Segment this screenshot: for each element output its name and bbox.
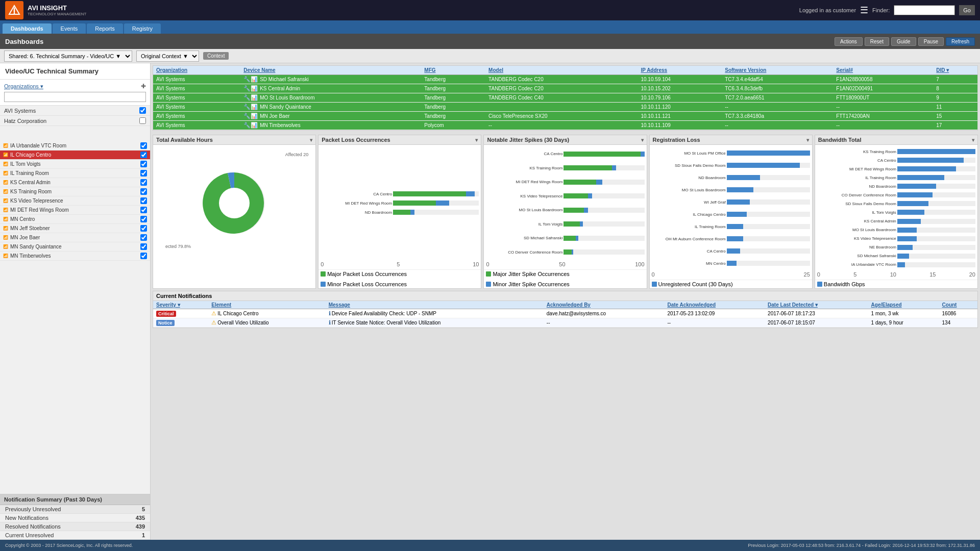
bar-row: MI DET Red Wings Room: [486, 180, 644, 185]
nav-tab-registry[interactable]: Registry: [124, 23, 161, 34]
org-checkbox-avi[interactable]: [139, 107, 146, 114]
header: AVI INSIGHT TECHNOLOGY MANAGEMENT Logged…: [0, 0, 980, 20]
device-cb-mn-joe[interactable]: [140, 234, 147, 241]
device-cb-ks-video[interactable]: [140, 197, 147, 204]
device-cb-il-training[interactable]: [140, 170, 147, 177]
col-element[interactable]: Element: [208, 301, 325, 309]
col-ack-by[interactable]: Acknowledged By: [544, 301, 665, 309]
notif-row-new: New Notifications 435: [0, 514, 150, 522]
device-signal-icon: 📶: [3, 143, 8, 148]
table-row: AVI Systems 🔧📊MN Sandy Quaintance Tandbe…: [153, 103, 977, 112]
bar-row: KS Central Admin: [817, 219, 975, 224]
col-date-detected[interactable]: Date Last Detected ▾: [765, 301, 868, 309]
bar-row: CO Denver Conference Room: [817, 192, 975, 197]
jitter-legend: Major Jitter Spike Occurrences Minor Jit…: [484, 269, 646, 288]
refresh-button[interactable]: Refresh: [946, 37, 975, 46]
device-item-il-tom: 📶 IL Tom Voigts: [0, 160, 150, 169]
jitter-bar-chart: CA Centro KS Training Room: [486, 147, 644, 267]
context-select[interactable]: Original Context ▼: [136, 51, 199, 62]
context-button[interactable]: Context: [203, 52, 229, 60]
col-sw[interactable]: Software Version: [722, 66, 833, 75]
chart-reg-expand[interactable]: ▾: [806, 137, 809, 143]
col-ip[interactable]: IP Address: [638, 66, 722, 75]
chart-jitter: Notable Jitter Spikes (30 Days) ▾ CA Cen…: [483, 135, 647, 289]
col-did[interactable]: DID ▾: [933, 66, 977, 75]
col-date-ack[interactable]: Date Acknowledged: [664, 301, 765, 309]
device-list: 📶 IA Urbandale VTC Room 📶 IL Chicago Cen…: [0, 141, 150, 494]
device-item-ia-urbandale: 📶 IA Urbandale VTC Room: [0, 141, 150, 151]
col-org[interactable]: Organization: [153, 66, 240, 75]
chart-jitter-expand[interactable]: ▾: [641, 137, 644, 143]
dashboard-select[interactable]: Shared: 6. Technical Summary - Video/UC …: [4, 51, 132, 62]
nav-tab-reports[interactable]: Reports: [87, 23, 123, 34]
actions-button[interactable]: Actions: [835, 37, 863, 46]
packet-legend: Major Packet Loss Occurrences Minor Pack…: [318, 269, 481, 288]
device-item-il-chicago: 📶 IL Chicago Centro: [0, 151, 150, 160]
device-cb-il-tom[interactable]: [140, 161, 147, 167]
bar-row: KS Video Telepresence: [486, 193, 644, 198]
col-message[interactable]: Message: [326, 301, 544, 309]
device-cb-ia-urbandale[interactable]: [140, 142, 147, 149]
chart-expand-icon[interactable]: ▾: [310, 137, 312, 143]
device-cb-mn-jeff[interactable]: [140, 225, 147, 232]
table-row: AVI Systems 🔧📊SD Michael Safranski Tandb…: [153, 75, 977, 84]
col-count[interactable]: Count: [939, 301, 977, 309]
device-item-mi-det: 📶 MI DET Red Wings Room: [0, 206, 150, 215]
bar-row: IL Tom Voigts: [486, 221, 644, 227]
org-item-hatz: Hatz Corporation: [0, 116, 150, 126]
reg-bar-chart: MO St Louis PM Office SD Sioux Falls Dem…: [652, 147, 810, 278]
right-panel: Organization Device Name MFG Model IP Ad…: [151, 63, 980, 540]
org-search-input[interactable]: [4, 92, 146, 102]
bw-bar-chart: KS Training Room CA Centro: [817, 147, 975, 278]
device-cb-mn-centro[interactable]: [140, 216, 147, 222]
device-cb-il-chicago[interactable]: [140, 152, 147, 158]
device-cb-mn-sandy[interactable]: [140, 243, 147, 250]
bar-row: CO Denver Conference Room: [486, 249, 644, 255]
finder-input[interactable]: [894, 5, 955, 15]
bar-row: KS Training Room: [486, 165, 644, 170]
reset-button[interactable]: Reset: [865, 37, 889, 46]
bar-row: MI DET Red Wings Room: [321, 201, 479, 206]
menu-icon[interactable]: ☰: [860, 5, 868, 16]
device-table-wrap: Organization Device Name MFG Model IP Ad…: [153, 65, 978, 131]
org-filter-link[interactable]: Organizations ▾: [4, 83, 43, 90]
bar-row: MO St Louis Boardroom: [817, 228, 975, 233]
chart-packet-expand[interactable]: ▾: [475, 137, 478, 143]
col-severity[interactable]: Severity ▾: [153, 301, 208, 309]
chart-bw-expand[interactable]: ▾: [972, 137, 974, 143]
device-item-mn-joe: 📶 MN Joe Baer: [0, 233, 150, 242]
bar-row: SD Michael Safranski: [817, 254, 975, 259]
charts-row: Total Available Hours ▾ Affected: [151, 133, 980, 291]
device-cb-mn-timber[interactable]: [140, 253, 147, 259]
device-cb-ks-training[interactable]: [140, 188, 147, 195]
nav-bar: Dashboards Events Reports Registry: [0, 20, 980, 34]
notif-row-resolved: Resolved Notifications 439: [0, 522, 150, 531]
org-name-avi: AVI Systems: [4, 108, 136, 114]
notif-summary-title: Notification Summary (Past 30 Days): [0, 494, 150, 505]
bw-axis: 05101520: [817, 271, 975, 278]
col-mfg[interactable]: MFG: [421, 66, 485, 75]
org-checkbox-hatz[interactable]: [139, 117, 146, 124]
col-model[interactable]: Model: [485, 66, 638, 75]
table-row: AVI Systems 🔧📊MO St Louis Boardroom Tand…: [153, 93, 977, 103]
col-serial[interactable]: Serial#: [833, 66, 933, 75]
device-cb-ks-central[interactable]: [140, 179, 147, 186]
chart-packet-loss: Packet Loss Occurrences ▾ CA Centro: [318, 135, 481, 289]
col-device[interactable]: Device Name: [240, 66, 421, 75]
notif-table: Severity ▾ Element Message Acknowledged …: [153, 301, 977, 328]
col-age[interactable]: Age/Elapsed: [868, 301, 939, 309]
add-org-icon[interactable]: ✚: [141, 83, 146, 90]
legend-minor-jitter-icon: [486, 282, 491, 287]
logo-icon: [5, 1, 23, 19]
panel-title: Video/UC Technical Summary: [0, 63, 150, 80]
nav-tab-events[interactable]: Events: [53, 23, 86, 34]
device-cb-mi-det[interactable]: [140, 207, 147, 213]
pause-button[interactable]: Pause: [918, 37, 944, 46]
nav-tab-dashboards[interactable]: Dashboards: [3, 23, 52, 34]
chart-bw-body: KS Training Room CA Centro: [815, 145, 977, 280]
go-button[interactable]: Go: [959, 5, 975, 15]
guide-button[interactable]: Guide: [891, 37, 916, 46]
bar-row: MO St Louis Boardroom: [486, 208, 644, 213]
context-bar: Shared: 6. Technical Summary - Video/UC …: [0, 49, 980, 63]
bar-row: OH Mt Auburn Conference Room: [652, 236, 810, 241]
